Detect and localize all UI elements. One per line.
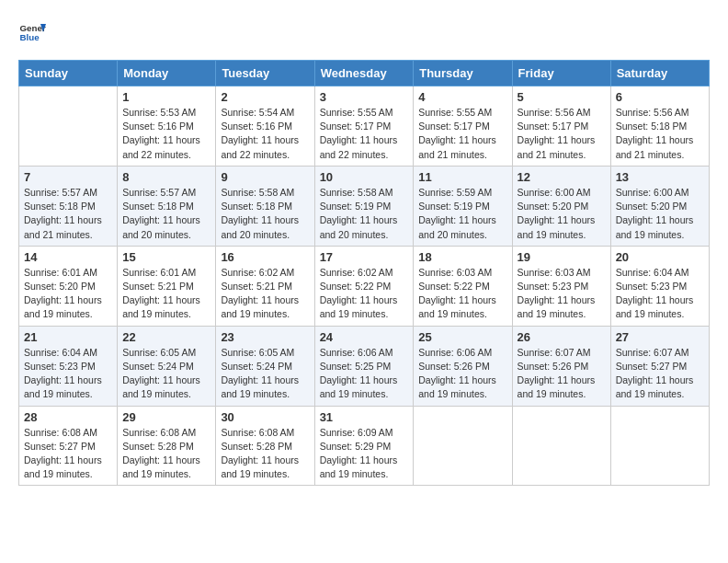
day-number: 23 — [221, 330, 309, 344]
day-number: 2 — [221, 90, 309, 104]
day-number: 3 — [320, 90, 409, 104]
day-number: 31 — [320, 410, 409, 424]
calendar-header-thursday: Thursday — [414, 61, 512, 86]
logo-icon: General Blue — [18, 18, 46, 46]
calendar-cell: 22Sunrise: 6:05 AM Sunset: 5:24 PM Dayli… — [118, 326, 216, 406]
day-number: 4 — [418, 90, 506, 104]
calendar-cell: 25Sunrise: 6:06 AM Sunset: 5:26 PM Dayli… — [414, 326, 512, 406]
day-info: Sunrise: 5:59 AM Sunset: 5:19 PM Dayligh… — [418, 186, 506, 242]
day-info: Sunrise: 6:07 AM Sunset: 5:26 PM Dayligh… — [518, 346, 606, 402]
day-number: 12 — [518, 170, 606, 184]
day-info: Sunrise: 6:01 AM Sunset: 5:21 PM Dayligh… — [122, 266, 210, 322]
day-number: 15 — [122, 250, 210, 264]
day-number: 24 — [320, 330, 409, 344]
calendar-cell — [610, 406, 709, 486]
calendar-cell: 31Sunrise: 6:09 AM Sunset: 5:29 PM Dayli… — [314, 406, 414, 486]
calendar-cell: 18Sunrise: 6:03 AM Sunset: 5:22 PM Dayli… — [414, 246, 512, 326]
day-number: 20 — [616, 250, 704, 264]
calendar-header-friday: Friday — [512, 61, 610, 86]
day-info: Sunrise: 5:58 AM Sunset: 5:19 PM Dayligh… — [320, 186, 409, 242]
day-number: 21 — [24, 330, 112, 344]
calendar-header-monday: Monday — [118, 61, 216, 86]
day-info: Sunrise: 5:54 AM Sunset: 5:16 PM Dayligh… — [221, 106, 309, 162]
calendar-week-row: 28Sunrise: 6:08 AM Sunset: 5:27 PM Dayli… — [19, 406, 710, 486]
day-info: Sunrise: 5:56 AM Sunset: 5:18 PM Dayligh… — [616, 106, 704, 162]
day-info: Sunrise: 6:08 AM Sunset: 5:27 PM Dayligh… — [24, 426, 112, 482]
day-info: Sunrise: 6:08 AM Sunset: 5:28 PM Dayligh… — [122, 426, 210, 482]
day-info: Sunrise: 6:00 AM Sunset: 5:20 PM Dayligh… — [616, 186, 704, 242]
calendar-cell: 20Sunrise: 6:04 AM Sunset: 5:23 PM Dayli… — [610, 246, 709, 326]
day-info: Sunrise: 6:02 AM Sunset: 5:21 PM Dayligh… — [221, 266, 309, 322]
calendar-cell: 24Sunrise: 6:06 AM Sunset: 5:25 PM Dayli… — [314, 326, 414, 406]
day-number: 29 — [122, 410, 210, 424]
day-number: 7 — [24, 170, 112, 184]
day-number: 16 — [221, 250, 309, 264]
day-number: 22 — [122, 330, 210, 344]
calendar-cell: 17Sunrise: 6:02 AM Sunset: 5:22 PM Dayli… — [314, 246, 414, 326]
day-info: Sunrise: 6:01 AM Sunset: 5:20 PM Dayligh… — [24, 266, 112, 322]
calendar-cell: 3Sunrise: 5:55 AM Sunset: 5:17 PM Daylig… — [314, 86, 414, 167]
svg-text:Blue: Blue — [20, 32, 40, 42]
day-number: 11 — [418, 170, 506, 184]
day-number: 14 — [24, 250, 112, 264]
calendar-cell: 1Sunrise: 5:53 AM Sunset: 5:16 PM Daylig… — [118, 86, 216, 167]
day-number: 18 — [418, 250, 506, 264]
day-info: Sunrise: 6:06 AM Sunset: 5:25 PM Dayligh… — [320, 346, 409, 402]
calendar-cell: 16Sunrise: 6:02 AM Sunset: 5:21 PM Dayli… — [216, 246, 314, 326]
calendar-week-row: 7Sunrise: 5:57 AM Sunset: 5:18 PM Daylig… — [19, 166, 710, 246]
day-info: Sunrise: 6:03 AM Sunset: 5:22 PM Dayligh… — [418, 266, 506, 322]
calendar-cell: 15Sunrise: 6:01 AM Sunset: 5:21 PM Dayli… — [118, 246, 216, 326]
calendar-cell: 8Sunrise: 5:57 AM Sunset: 5:18 PM Daylig… — [118, 166, 216, 246]
day-info: Sunrise: 5:57 AM Sunset: 5:18 PM Dayligh… — [122, 186, 210, 242]
day-number: 19 — [518, 250, 606, 264]
day-number: 8 — [122, 170, 210, 184]
calendar-cell: 9Sunrise: 5:58 AM Sunset: 5:18 PM Daylig… — [216, 166, 314, 246]
day-number: 9 — [221, 170, 309, 184]
calendar-cell — [19, 86, 118, 167]
day-number: 17 — [320, 250, 409, 264]
calendar-cell: 12Sunrise: 6:00 AM Sunset: 5:20 PM Dayli… — [512, 166, 610, 246]
calendar-header-wednesday: Wednesday — [314, 61, 414, 86]
calendar-header-tuesday: Tuesday — [216, 61, 314, 86]
calendar-table: SundayMondayTuesdayWednesdayThursdayFrid… — [18, 60, 710, 486]
logo: General Blue — [18, 18, 50, 46]
calendar-cell: 5Sunrise: 5:56 AM Sunset: 5:17 PM Daylig… — [512, 86, 610, 167]
day-number: 5 — [518, 90, 606, 104]
calendar-header-sunday: Sunday — [19, 61, 118, 86]
day-number: 25 — [418, 330, 506, 344]
day-info: Sunrise: 6:04 AM Sunset: 5:23 PM Dayligh… — [616, 266, 704, 322]
day-info: Sunrise: 6:05 AM Sunset: 5:24 PM Dayligh… — [221, 346, 309, 402]
calendar-cell: 28Sunrise: 6:08 AM Sunset: 5:27 PM Dayli… — [19, 406, 118, 486]
day-info: Sunrise: 5:55 AM Sunset: 5:17 PM Dayligh… — [320, 106, 409, 162]
calendar-cell — [414, 406, 512, 486]
calendar-header-row: SundayMondayTuesdayWednesdayThursdayFrid… — [19, 61, 710, 86]
day-info: Sunrise: 6:02 AM Sunset: 5:22 PM Dayligh… — [320, 266, 409, 322]
day-number: 1 — [122, 90, 210, 104]
calendar-header-saturday: Saturday — [610, 61, 709, 86]
calendar-cell: 2Sunrise: 5:54 AM Sunset: 5:16 PM Daylig… — [216, 86, 314, 167]
day-number: 30 — [221, 410, 309, 424]
day-info: Sunrise: 6:04 AM Sunset: 5:23 PM Dayligh… — [24, 346, 112, 402]
calendar-week-row: 1Sunrise: 5:53 AM Sunset: 5:16 PM Daylig… — [19, 86, 710, 167]
calendar-week-row: 21Sunrise: 6:04 AM Sunset: 5:23 PM Dayli… — [19, 326, 710, 406]
day-info: Sunrise: 6:07 AM Sunset: 5:27 PM Dayligh… — [616, 346, 704, 402]
day-info: Sunrise: 6:05 AM Sunset: 5:24 PM Dayligh… — [122, 346, 210, 402]
calendar-cell: 10Sunrise: 5:58 AM Sunset: 5:19 PM Dayli… — [314, 166, 414, 246]
calendar-cell: 30Sunrise: 6:08 AM Sunset: 5:28 PM Dayli… — [216, 406, 314, 486]
day-info: Sunrise: 5:57 AM Sunset: 5:18 PM Dayligh… — [24, 186, 112, 242]
calendar-cell: 27Sunrise: 6:07 AM Sunset: 5:27 PM Dayli… — [610, 326, 709, 406]
day-info: Sunrise: 6:00 AM Sunset: 5:20 PM Dayligh… — [518, 186, 606, 242]
day-info: Sunrise: 6:03 AM Sunset: 5:23 PM Dayligh… — [518, 266, 606, 322]
day-number: 10 — [320, 170, 409, 184]
calendar-cell: 7Sunrise: 5:57 AM Sunset: 5:18 PM Daylig… — [19, 166, 118, 246]
calendar-cell: 21Sunrise: 6:04 AM Sunset: 5:23 PM Dayli… — [19, 326, 118, 406]
day-info: Sunrise: 6:06 AM Sunset: 5:26 PM Dayligh… — [418, 346, 506, 402]
calendar-cell: 23Sunrise: 6:05 AM Sunset: 5:24 PM Dayli… — [216, 326, 314, 406]
day-info: Sunrise: 5:56 AM Sunset: 5:17 PM Dayligh… — [518, 106, 606, 162]
calendar-cell: 26Sunrise: 6:07 AM Sunset: 5:26 PM Dayli… — [512, 326, 610, 406]
calendar-body: 1Sunrise: 5:53 AM Sunset: 5:16 PM Daylig… — [19, 86, 710, 486]
day-info: Sunrise: 5:53 AM Sunset: 5:16 PM Dayligh… — [122, 106, 210, 162]
calendar-cell — [512, 406, 610, 486]
day-info: Sunrise: 5:55 AM Sunset: 5:17 PM Dayligh… — [418, 106, 506, 162]
day-info: Sunrise: 5:58 AM Sunset: 5:18 PM Dayligh… — [221, 186, 309, 242]
